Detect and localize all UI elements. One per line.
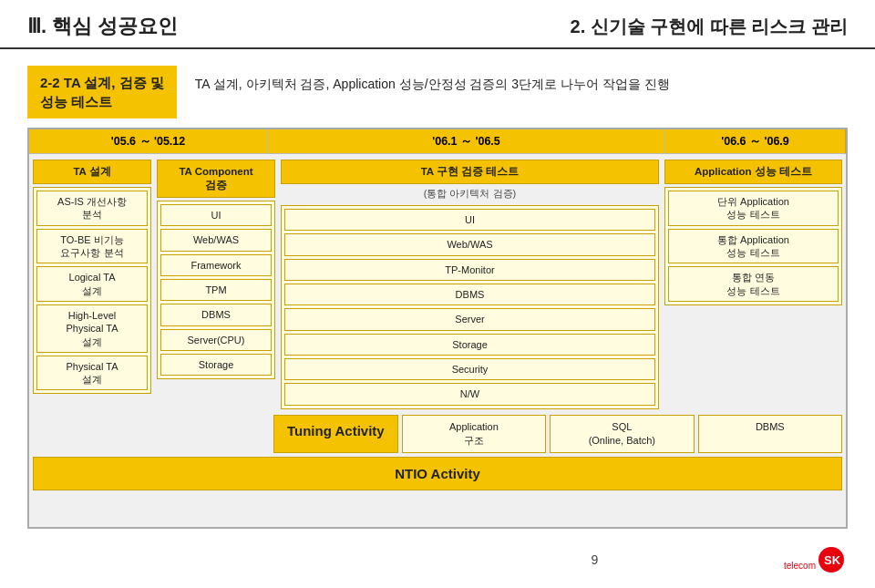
col-header-1: '05.6 ～ '05.12 (29, 129, 268, 153)
logo-area: SK telecom (784, 543, 848, 576)
phase3-col: TA 구현 검증 테스트 (통합 아키텍처 검증) UI Web/WAS TP-… (281, 160, 659, 408)
section-header: 2-2 TA 설계, 검증 및 성능 테스트 TA 설계, 아키텍처 검증, A… (27, 66, 848, 119)
ntio-row: NTIO Activity (33, 457, 842, 490)
phase4-group-unit: 단위 Application성능 테스트 (668, 191, 839, 226)
phase3-item-dbms: DBMS (284, 284, 655, 305)
sk-telecom-logo: SK telecom (784, 543, 848, 576)
tuning-label: Tuning Activity (273, 415, 398, 454)
section-desc: TA 설계, 아키텍처 검증, Application 성능/안정성 검증의 3… (195, 66, 670, 94)
svg-text:telecom: telecom (784, 561, 816, 571)
phase1-title: TA 설계 (33, 160, 151, 184)
main-content: 2-2 TA 설계, 검증 및 성능 테스트 TA 설계, 아키텍처 검증, A… (0, 49, 875, 538)
phase1-item-2: TO-BE 비기능요구사항 분석 (36, 229, 148, 264)
phase2-item-tpm: TPM (160, 279, 272, 301)
header: Ⅲ. 핵심 성공요인 2. 신기술 구현에 따른 리스크 관리 (0, 0, 875, 49)
tuning-item-dbms: DBMS (698, 415, 842, 454)
col-header-2: '06.1 ～ '06.5 (268, 129, 665, 153)
phase1-item-3: Logical TA설계 (36, 266, 148, 302)
phase4-col: Application 성능 테스트 단위 Application성능 테스트 … (664, 160, 842, 408)
phase4-group-conn: 통합 연동성능 테스트 (668, 266, 839, 302)
phase4-groups: 단위 Application성능 테스트 통합 Application성능 테스… (664, 187, 842, 305)
phase3-item-ui: UI (284, 209, 655, 231)
header-left-title: Ⅲ. 핵심 성공요인 (27, 13, 178, 40)
phase1-col: TA 설계 AS-IS 개선사항분석 TO-BE 비기능요구사항 분석 Logi… (33, 160, 151, 408)
phase2-item-storage: Storage (160, 354, 272, 376)
phase1-item-5: Physical TA설계 (36, 356, 148, 391)
phase2-title: TA Component검증 (157, 160, 275, 198)
phase4-title: Application 성능 테스트 (664, 160, 842, 184)
tuning-item-sql: SQL(Online, Batch) (550, 415, 694, 454)
diagram: '05.6 ～ '05.12 '06.1 ～ '06.5 '06.6 ～ '06… (27, 128, 848, 529)
phase3-item-nw: N/W (284, 383, 655, 405)
phase2-col: TA Component검증 UI Web/WAS Framework TPM … (157, 160, 275, 408)
phase3-item-storage: Storage (284, 334, 655, 356)
phase2-item-fw: Framework (160, 254, 272, 276)
phase3-item-tpmon: TP-Monitor (284, 259, 655, 281)
phase3-title: TA 구현 검증 테스트 (281, 160, 659, 184)
phase3-items: UI Web/WAS TP-Monitor DBMS Server Storag… (281, 205, 659, 408)
tuning-item-app: Application구조 (402, 415, 546, 454)
phase1-item-1: AS-IS 개선사항분석 (36, 191, 148, 226)
phase2-item-ui: UI (160, 204, 272, 226)
section-tag: 2-2 TA 설계, 검증 및 성능 테스트 (27, 66, 177, 119)
page-number: 9 (406, 552, 784, 567)
phase2-item-dbms: DBMS (160, 304, 272, 325)
phase1-item-4: High-LevelPhysical TA설계 (36, 304, 148, 353)
phase3-item-security: Security (284, 358, 655, 380)
tuning-row: Tuning Activity Application구조 SQL(Online… (29, 409, 846, 458)
col-header-row: '05.6 ～ '05.12 '06.1 ～ '06.5 '06.6 ～ '06… (29, 129, 846, 154)
phase2-items: UI Web/WAS Framework TPM DBMS Server(CPU… (157, 201, 275, 379)
diagram-body: TA 설계 AS-IS 개선사항분석 TO-BE 비기능요구사항 분석 Logi… (29, 154, 846, 408)
header-right-title: 2. 신기술 구현에 따른 리스크 관리 (571, 15, 848, 39)
phase1-items: AS-IS 개선사항분석 TO-BE 비기능요구사항 분석 Logical TA… (33, 187, 151, 394)
svg-text:SK: SK (824, 553, 841, 567)
phase3-subtitle: (통합 아키텍처 검증) (281, 187, 659, 201)
phase2-item-server: Server(CPU) (160, 329, 272, 351)
phase4-group-integrated: 통합 Application성능 테스트 (668, 229, 839, 264)
footer: 9 SK telecom (0, 538, 875, 580)
phase3-item-server: Server (284, 308, 655, 330)
col-header-3: '06.6 ～ '06.9 (665, 129, 846, 153)
phase3-item-webwas: Web/WAS (284, 233, 655, 255)
phase2-item-webwas: Web/WAS (160, 229, 272, 251)
